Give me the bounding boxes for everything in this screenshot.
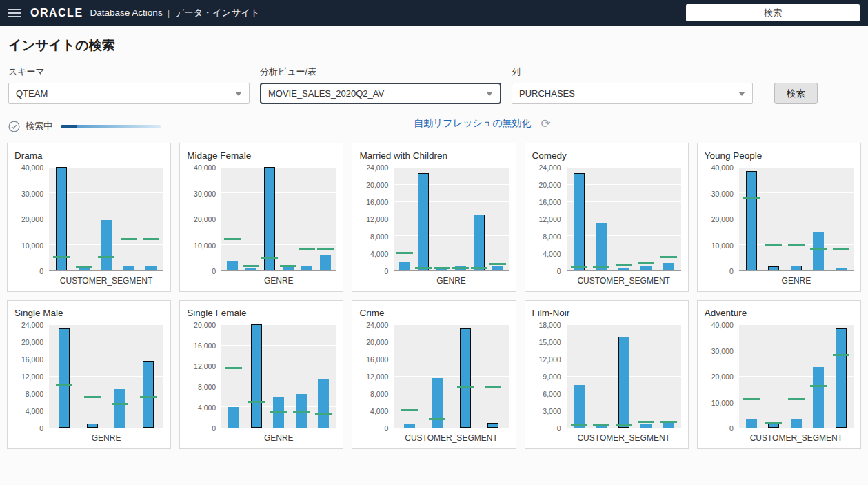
insight-card[interactable]: Film-Noir03,0006,0009,00012,00015,00018,… (525, 300, 689, 449)
insight-marker (616, 424, 632, 426)
insight-marker (833, 248, 849, 250)
search-form: スキーマ QTEAM 分析ビュー/表 MOVIE_SALES_2020Q2_AV… (0, 61, 868, 107)
y-tick-label: 16,000 (21, 355, 43, 364)
y-tick-label: 4,000 (198, 404, 216, 412)
insight-marker (261, 257, 278, 259)
plot-canvas (394, 325, 508, 428)
bar (791, 419, 802, 428)
y-tick-label: 20,000 (21, 215, 43, 224)
bar (228, 407, 239, 428)
analytic-view-select[interactable]: MOVIE_SALES_2020Q2_AV (260, 83, 501, 104)
y-tick-label: 6,000 (543, 390, 561, 398)
y-tick-label: 12,000 (21, 373, 43, 381)
column-select[interactable]: PURCHASES (512, 83, 753, 104)
insight-card[interactable]: Adventure010,00020,00030,00040,000CUSTOM… (697, 300, 861, 449)
insight-marker (489, 263, 506, 265)
insight-card[interactable]: Single Male04,0008,00012,00016,00020,000… (7, 300, 171, 449)
insight-marker (121, 238, 137, 240)
page-name: データ・インサイト (174, 7, 260, 19)
y-tick-label: 40,000 (21, 164, 43, 172)
chart-title: Midage Female (187, 150, 336, 161)
searching-status: 検索中 (26, 120, 52, 132)
bar (320, 255, 331, 271)
bar-slots (568, 325, 680, 428)
insight-marker (315, 413, 332, 415)
schema-label: スキーマ (8, 66, 250, 78)
bar (460, 328, 471, 428)
y-axis: 04,0008,00012,00016,00020,00024,000 (359, 325, 394, 428)
bar-slots (223, 168, 334, 270)
search-button[interactable]: 検索 (774, 83, 818, 104)
bar (746, 419, 757, 428)
bar-slot (395, 168, 414, 270)
menu-icon[interactable] (8, 9, 21, 17)
chart-xlabel: CUSTOMER_SEGMENT (359, 433, 508, 443)
refresh-icon[interactable]: ⟳ (541, 118, 551, 130)
insight-card[interactable]: Married with Children04,0008,00012,00016… (352, 143, 516, 292)
y-tick-label: 16,000 (366, 198, 388, 206)
chart-title: Film-Noir (532, 308, 681, 318)
y-tick-label: 24,000 (538, 164, 561, 172)
chart-plot-area: 04,0008,00012,00016,00020,00024,000 (14, 325, 163, 428)
bar (474, 215, 485, 270)
insight-marker (638, 262, 654, 264)
insight-marker (415, 267, 432, 269)
insight-marker (593, 424, 609, 426)
schema-select-value: QTEAM (16, 88, 48, 99)
insight-card[interactable]: Drama010,00020,00030,00040,000CUSTOMER_S… (7, 143, 171, 292)
insight-card[interactable]: Comedy04,0008,00012,00016,00020,00024,00… (525, 143, 689, 292)
insight-marker (471, 267, 487, 269)
y-tick-label: 0 (212, 424, 216, 433)
bar-slot (470, 168, 489, 270)
bar-slot (432, 168, 451, 270)
insight-marker (225, 367, 242, 369)
y-tick-label: 40,000 (194, 164, 216, 172)
bar-slot (79, 325, 107, 428)
bar (746, 171, 757, 270)
insight-marker (485, 386, 501, 388)
chart-plot-area: 010,00020,00030,00040,000 (705, 325, 854, 428)
schema-select[interactable]: QTEAM (8, 83, 250, 104)
plot-canvas (739, 168, 854, 271)
y-tick-label: 16,000 (194, 342, 216, 350)
chevron-down-icon (486, 92, 493, 96)
insight-marker (833, 354, 849, 356)
disable-auto-refresh-link[interactable]: 自動リフレッシュの無効化 (414, 117, 531, 130)
y-tick-label: 24,000 (366, 164, 388, 172)
bar-slot (140, 168, 162, 270)
bar (56, 167, 67, 270)
y-axis: 010,00020,00030,00040,000 (705, 325, 739, 428)
plot-canvas (221, 168, 336, 271)
insight-marker (788, 244, 805, 246)
chart-xlabel: CUSTOMER_SEGMENT (532, 433, 681, 443)
bar (640, 266, 652, 271)
insight-marker (140, 396, 157, 398)
bar-slot (830, 168, 852, 270)
bar-slot (785, 168, 807, 270)
insight-marker (452, 267, 469, 269)
y-tick-label: 0 (385, 267, 389, 275)
insight-card[interactable]: Single Female04,0008,00012,00016,00020,0… (179, 300, 343, 449)
y-tick-label: 12,000 (366, 373, 388, 381)
insight-card[interactable]: Midage Female010,00020,00030,00040,000GE… (179, 143, 343, 292)
global-search-input[interactable] (686, 4, 860, 21)
chart-plot-area: 03,0006,0009,00012,00015,00018,000 (532, 325, 681, 428)
y-tick-label: 30,000 (21, 190, 43, 198)
insight-card[interactable]: Young People010,00020,00030,00040,000GEN… (697, 143, 861, 292)
bar (492, 266, 503, 271)
y-tick-label: 0 (729, 424, 734, 433)
insight-marker (660, 421, 677, 423)
bar-slot (807, 325, 829, 428)
bar-slots (568, 168, 680, 270)
insight-marker (765, 244, 782, 246)
bar-slot (451, 168, 470, 270)
insight-marker (571, 424, 587, 426)
bar (618, 268, 629, 270)
insight-marker (270, 411, 287, 413)
bar-slot (312, 325, 334, 428)
plot-canvas (567, 168, 681, 271)
insight-card[interactable]: Crime04,0008,00012,00016,00020,00024,000… (352, 300, 516, 449)
bar-slot (479, 325, 507, 428)
title-separator: | (168, 8, 170, 18)
bar-slot (279, 168, 297, 270)
